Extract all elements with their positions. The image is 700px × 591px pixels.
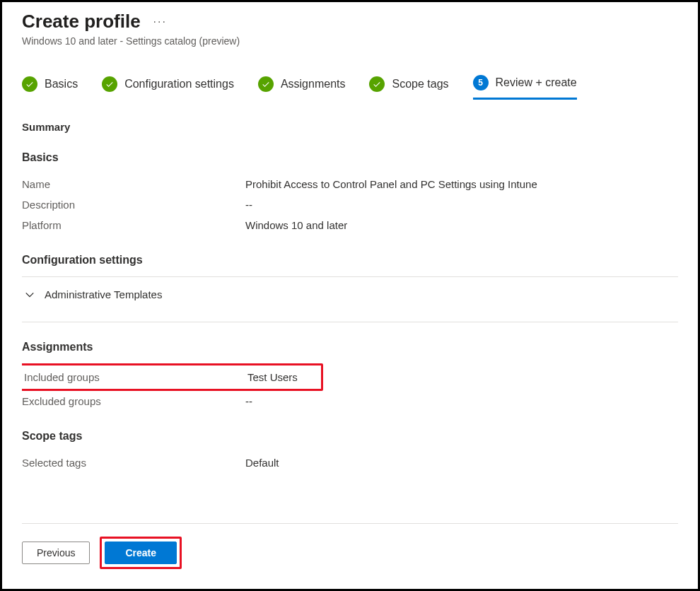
platform-value: Windows 10 and later bbox=[245, 219, 347, 231]
description-label: Description bbox=[22, 199, 245, 211]
excluded-groups-label: Excluded groups bbox=[22, 395, 245, 407]
selected-tags-row: Selected tags Default bbox=[22, 452, 678, 473]
chevron-down-icon bbox=[25, 290, 35, 300]
wizard-step-label: Basics bbox=[45, 78, 78, 90]
description-value: -- bbox=[245, 199, 252, 211]
wizard-steps: Basics Configuration settings Assignment… bbox=[22, 75, 678, 100]
selected-tags-value: Default bbox=[245, 457, 279, 469]
step-number-icon: 5 bbox=[473, 75, 489, 90]
selected-tags-label: Selected tags bbox=[22, 457, 245, 469]
wizard-step-review-create[interactable]: 5 Review + create bbox=[473, 75, 577, 100]
highlight-included-groups: Included groups Test Users bbox=[22, 363, 323, 391]
wizard-step-label: Scope tags bbox=[392, 78, 448, 90]
basics-description-row: Description -- bbox=[22, 194, 678, 215]
create-button[interactable]: Create bbox=[105, 542, 177, 564]
wizard-step-assignments[interactable]: Assignments bbox=[258, 75, 346, 100]
wizard-step-label: Review + create bbox=[496, 76, 577, 89]
included-groups-value: Test Users bbox=[247, 371, 298, 383]
included-groups-label: Included groups bbox=[24, 371, 247, 383]
admin-templates-expander[interactable]: Administrative Templates bbox=[22, 277, 678, 312]
excluded-groups-value: -- bbox=[245, 395, 252, 407]
wizard-step-label: Assignments bbox=[281, 78, 346, 90]
assignments-heading: Assignments bbox=[22, 341, 678, 353]
basics-heading: Basics bbox=[22, 151, 678, 164]
footer-actions: Previous Create bbox=[22, 523, 678, 569]
page-subtitle: Windows 10 and later - Settings catalog … bbox=[22, 35, 678, 47]
wizard-step-basics[interactable]: Basics bbox=[22, 75, 78, 100]
wizard-step-label: Configuration settings bbox=[124, 78, 234, 90]
previous-button[interactable]: Previous bbox=[22, 542, 90, 564]
check-icon bbox=[258, 76, 274, 92]
included-groups-row: Included groups Test Users bbox=[24, 365, 321, 389]
wizard-step-configuration[interactable]: Configuration settings bbox=[102, 75, 234, 100]
scope-heading: Scope tags bbox=[22, 430, 678, 443]
basics-platform-row: Platform Windows 10 and later bbox=[22, 215, 678, 235]
check-icon bbox=[369, 76, 385, 92]
divider bbox=[22, 322, 678, 322]
config-heading: Configuration settings bbox=[22, 254, 678, 267]
name-label: Name bbox=[22, 178, 245, 190]
excluded-groups-row: Excluded groups -- bbox=[22, 391, 678, 411]
name-value: Prohibit Access to Control Panel and PC … bbox=[245, 178, 537, 190]
highlight-create-button: Create bbox=[100, 537, 182, 569]
platform-label: Platform bbox=[22, 219, 245, 231]
check-icon bbox=[102, 76, 117, 92]
expander-label: Administrative Templates bbox=[45, 288, 162, 300]
basics-name-row: Name Prohibit Access to Control Panel an… bbox=[22, 174, 678, 194]
more-options-icon[interactable]: ··· bbox=[153, 16, 167, 28]
summary-heading: Summary bbox=[22, 121, 678, 133]
check-icon bbox=[22, 76, 37, 92]
page-title: Create profile bbox=[22, 11, 141, 33]
wizard-step-scope-tags[interactable]: Scope tags bbox=[369, 75, 448, 100]
